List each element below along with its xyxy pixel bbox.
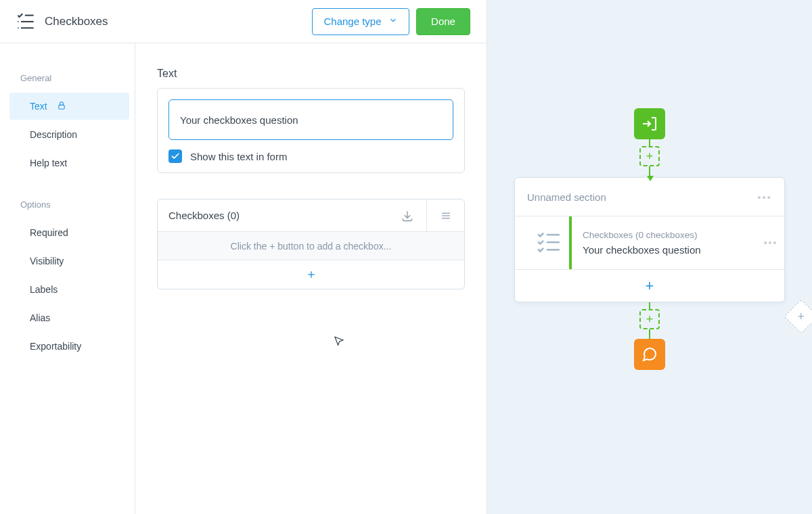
checkboxes-card: Checkboxes (0) Click the + button to add… — [157, 199, 465, 289]
editor-panel: Checkboxes Change type Done General Text… — [0, 0, 487, 514]
question-title: Your checkboxes question — [583, 244, 757, 256]
side-add-button[interactable]: + — [784, 300, 812, 334]
question-text-input[interactable] — [168, 99, 453, 140]
sidebar-item-label: Alias — [30, 312, 50, 323]
change-type-label: Change type — [323, 16, 381, 27]
sidebar-item-help-text[interactable]: Help text — [9, 149, 129, 177]
sidebar-group-general: General — [0, 66, 135, 91]
sidebar-item-label: Exportability — [30, 341, 81, 352]
flow-start-node[interactable] — [634, 108, 665, 139]
sidebar-item-labels[interactable]: Labels — [9, 276, 129, 303]
flow-add-above-button[interactable]: + — [639, 146, 660, 166]
show-text-label: Show this text in form — [190, 151, 287, 162]
sidebar-item-label: Help text — [30, 158, 67, 168]
checkboxes-type-icon — [16, 12, 35, 31]
section-add-button[interactable]: + — [515, 269, 784, 302]
sidebar-item-alias[interactable]: Alias — [9, 304, 129, 331]
change-type-button[interactable]: Change type — [312, 8, 409, 35]
svg-rect-5 — [59, 105, 64, 109]
settings-sidebar: General Text Description Help text Optio… — [0, 43, 135, 514]
editor-title: Checkboxes — [45, 15, 108, 28]
sidebar-item-label: Description — [30, 129, 77, 140]
sidebar-item-label: Visibility — [30, 256, 64, 266]
editor-main: Text Show this text in form Checkboxes (… — [135, 43, 487, 514]
flow-add-below-button[interactable]: + — [639, 309, 660, 329]
sidebar-item-visibility[interactable]: Visibility — [9, 248, 129, 275]
done-label: Done — [431, 16, 455, 27]
question-item[interactable]: Checkboxes (0 checkboxes) Your checkboxe… — [515, 216, 784, 269]
question-more-icon[interactable]: ••• — [757, 216, 784, 269]
sidebar-item-label: Required — [30, 227, 68, 238]
show-text-checkbox[interactable] — [168, 149, 182, 163]
sidebar-item-required[interactable]: Required — [9, 219, 129, 246]
sidebar-group-options: Options — [0, 193, 135, 218]
sidebar-item-description[interactable]: Description — [9, 121, 129, 148]
section-card[interactable]: Unnamed section ••• — [514, 177, 785, 302]
done-button[interactable]: Done — [416, 8, 470, 35]
lock-icon — [57, 101, 66, 112]
section-title: Unnamed section — [527, 191, 606, 203]
sidebar-item-label: Text — [30, 101, 47, 112]
text-card: Show this text in form — [157, 88, 465, 173]
flow-end-node[interactable] — [634, 339, 665, 370]
menu-icon[interactable] — [426, 200, 464, 231]
checkboxes-icon — [528, 216, 569, 269]
import-icon[interactable] — [388, 200, 426, 231]
sidebar-item-exportability[interactable]: Exportability — [9, 333, 129, 360]
form-canvas[interactable]: + Unnamed section ••• — [487, 0, 812, 514]
editor-header: Checkboxes Change type Done — [0, 0, 487, 43]
checkboxes-empty-hint: Click the + button to add a checkbox... — [158, 232, 464, 260]
chevron-down-icon — [388, 16, 398, 27]
checkboxes-panel-title: Checkboxes (0) — [158, 210, 388, 221]
question-meta: Checkboxes (0 checkboxes) — [583, 230, 757, 240]
sidebar-item-label: Labels — [30, 284, 58, 295]
text-section-label: Text — [157, 68, 465, 80]
section-more-icon[interactable]: ••• — [757, 191, 772, 203]
sidebar-item-text[interactable]: Text — [9, 93, 129, 120]
add-checkbox-button[interactable] — [158, 260, 464, 289]
